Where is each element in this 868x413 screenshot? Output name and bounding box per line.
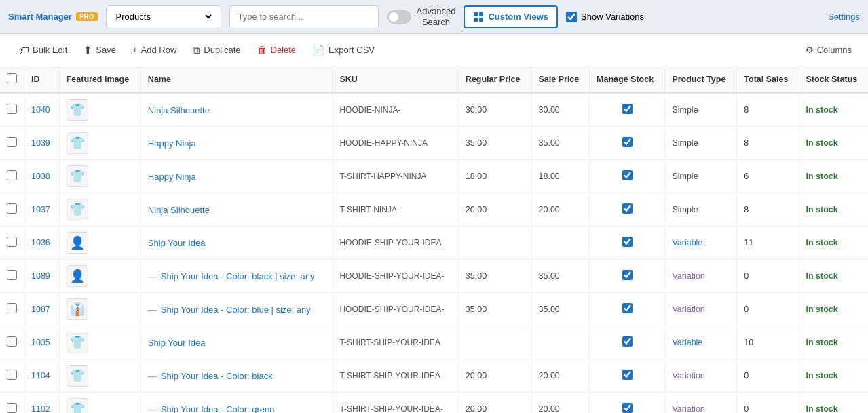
product-name-link[interactable]: Ninja Silhouette <box>148 205 210 215</box>
row-checkbox[interactable] <box>7 104 17 114</box>
row-id: 1102 <box>24 393 60 414</box>
table-body: 1040👕Ninja SilhouetteHOODIE-NINJA-30.003… <box>0 93 868 413</box>
row-stock-status: In stock <box>799 393 868 414</box>
product-name-link[interactable]: Ship Your Idea - Color: blue | size: any <box>161 304 311 315</box>
row-sku: T-SHIRT-SHIP-YOUR-IDEA- <box>333 359 458 393</box>
row-total-sales: 8 <box>737 127 799 160</box>
product-name-link[interactable]: Ship Your Idea - Color: black <box>161 371 273 381</box>
product-name-link[interactable]: Happy Ninja <box>148 138 196 149</box>
row-checkbox[interactable] <box>7 237 17 247</box>
table-row: 1037👕Ninja SilhouetteT-SHIRT-NINJA-20.00… <box>0 193 868 227</box>
save-label: Save <box>96 45 116 55</box>
row-checkbox[interactable] <box>7 203 17 214</box>
columns-button[interactable]: ⚙ Columns <box>800 41 857 58</box>
row-sale-price: 35.00 <box>531 260 590 293</box>
row-featured-image: 👕 <box>59 326 140 359</box>
row-id: 1038 <box>24 160 60 193</box>
delete-button[interactable]: 🗑 Delete <box>249 41 305 59</box>
entity-select[interactable]: Products Orders Customers Coupons <box>113 11 214 22</box>
export-csv-button[interactable]: 📄 Export CSV <box>304 41 383 60</box>
product-thumbnail: 👔 <box>67 298 88 320</box>
row-featured-image: 👕 <box>59 93 140 127</box>
row-stock-status: In stock <box>799 227 868 260</box>
advanced-search-toggle[interactable] <box>387 10 411 24</box>
manage-stock-checkbox[interactable] <box>622 104 633 114</box>
row-checkbox[interactable] <box>7 137 17 147</box>
row-checkbox-cell <box>0 326 24 359</box>
row-total-sales: 0 <box>737 393 799 414</box>
row-manage-stock <box>590 393 665 414</box>
row-total-sales: 11 <box>737 227 799 260</box>
row-name: Ninja Silhouette <box>140 93 333 127</box>
duplicate-icon: ⧉ <box>193 44 200 56</box>
table-row: 1089👤—Ship Your Idea - Color: black | si… <box>0 260 868 293</box>
row-stock-status: In stock <box>799 293 868 326</box>
manage-stock-checkbox[interactable] <box>622 370 633 380</box>
columns-icon: ⚙ <box>806 45 814 55</box>
product-thumbnail: 👕 <box>67 332 88 353</box>
row-sale-price: 20.00 <box>531 393 590 414</box>
brand-logo: Smart Manager PRO <box>8 12 98 22</box>
row-total-sales: 8 <box>737 193 799 227</box>
row-regular-price: 20.00 <box>458 359 531 393</box>
header-stock-status: Stock Status <box>799 66 868 93</box>
search-input[interactable] <box>229 5 379 28</box>
manage-stock-checkbox[interactable] <box>622 137 633 147</box>
table-row: 1040👕Ninja SilhouetteHOODIE-NINJA-30.003… <box>0 93 868 127</box>
row-product-type: Variable <box>665 227 737 260</box>
header-checkbox-col <box>0 66 24 93</box>
row-checkbox[interactable] <box>7 336 17 347</box>
row-id: 1104 <box>24 359 60 393</box>
variation-dash-icon: — <box>148 271 157 281</box>
row-id: 1089 <box>24 260 60 293</box>
table-row: 1035👕Ship Your IdeaT-SHIRT-SHIP-YOUR-IDE… <box>0 326 868 359</box>
product-name-link[interactable]: Happy Ninja <box>148 172 196 182</box>
manage-stock-checkbox[interactable] <box>622 403 633 413</box>
table-row: 1039👕Happy NinjaHOODIE-HAPPY-NINJA35.003… <box>0 127 868 160</box>
product-name-link[interactable]: Ninja Silhouette <box>148 105 210 115</box>
manage-stock-checkbox[interactable] <box>622 203 633 214</box>
manage-stock-checkbox[interactable] <box>622 270 633 280</box>
manage-stock-checkbox[interactable] <box>622 170 633 180</box>
row-checkbox[interactable] <box>7 303 17 313</box>
row-name: Happy Ninja <box>140 160 333 193</box>
table-header: ID Featured Image Name SKU Regular Price… <box>0 66 868 93</box>
row-sku: T-SHIRT-NINJA- <box>333 193 458 227</box>
duplicate-button[interactable]: ⧉ Duplicate <box>185 41 248 60</box>
row-stock-status: In stock <box>799 93 868 127</box>
product-name-link[interactable]: Ship Your Idea <box>148 238 206 248</box>
manage-stock-checkbox[interactable] <box>622 237 633 247</box>
row-checkbox[interactable] <box>7 403 17 413</box>
row-stock-status: In stock <box>799 127 868 160</box>
row-product-type: Simple <box>665 93 737 127</box>
row-stock-status: In stock <box>799 326 868 359</box>
settings-link[interactable]: Settings <box>828 12 860 22</box>
row-sale-price: 20.00 <box>531 359 590 393</box>
save-button[interactable]: ⬆ Save <box>75 41 124 60</box>
bulk-edit-button[interactable]: 🏷 Bulk Edit <box>11 41 75 59</box>
add-row-button[interactable]: + Add Row <box>124 41 185 58</box>
manage-stock-checkbox[interactable] <box>622 303 633 313</box>
product-name-link[interactable]: Ship Your Idea - Color: black | size: an… <box>161 271 315 281</box>
product-name-link[interactable]: Ship Your Idea <box>148 338 206 348</box>
show-variations-checkbox[interactable] <box>566 12 577 22</box>
show-variations-label: Show Variations <box>581 12 644 22</box>
header-product-type: Product Type <box>665 66 737 93</box>
product-name-link[interactable]: Ship Your Idea - Color: green <box>161 404 275 414</box>
select-all-checkbox[interactable] <box>7 73 17 83</box>
save-icon: ⬆ <box>83 44 92 56</box>
entity-dropdown[interactable]: Products Orders Customers Coupons <box>106 5 221 28</box>
row-checkbox[interactable] <box>7 370 17 380</box>
header-featured-image: Featured Image <box>59 66 140 93</box>
header-sale-price: Sale Price <box>531 66 590 93</box>
row-regular-price: 35.00 <box>458 260 531 293</box>
manage-stock-checkbox[interactable] <box>622 336 633 347</box>
custom-views-button[interactable]: Custom Views <box>464 5 558 28</box>
row-name: Happy Ninja <box>140 127 333 160</box>
row-regular-price: 20.00 <box>458 193 531 227</box>
row-product-type: Simple <box>665 160 737 193</box>
row-sku: T-SHIRT-SHIP-YOUR-IDEA <box>333 326 458 359</box>
row-checkbox[interactable] <box>7 170 17 180</box>
header-id: ID <box>24 66 60 93</box>
row-checkbox[interactable] <box>7 270 17 280</box>
